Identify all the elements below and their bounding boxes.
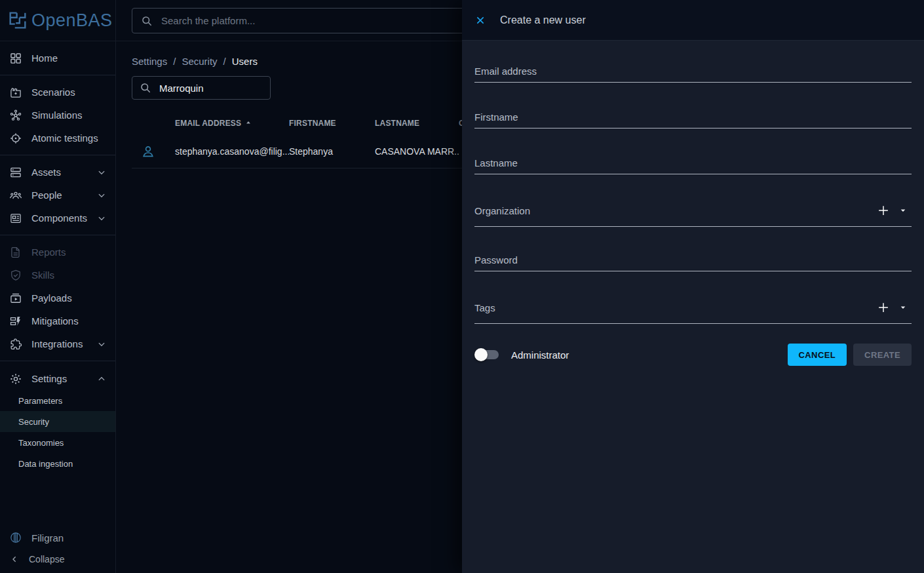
- breadcrumb-security[interactable]: Security: [182, 56, 217, 67]
- collapse-sidebar-button[interactable]: Collapse: [0, 549, 115, 569]
- hub-icon: [9, 109, 22, 122]
- sidebar-item-components[interactable]: Components: [0, 207, 115, 229]
- organization-field[interactable]: Organization: [474, 202, 912, 227]
- cell-email: stephanya.casanova@filig...: [175, 146, 289, 157]
- caret-down-icon: [898, 302, 908, 313]
- sidebar-item-security[interactable]: Security: [0, 411, 115, 432]
- chevron-down-icon: [96, 338, 107, 350]
- close-drawer-button[interactable]: [471, 11, 490, 30]
- chevron-up-icon: [96, 373, 107, 385]
- nav-group-inventory: Assets People Components: [0, 155, 115, 235]
- password-field[interactable]: Password: [474, 254, 912, 271]
- close-icon: [475, 15, 486, 26]
- sidebar-item-label: Home: [31, 52, 107, 64]
- sidebar-item-integrations[interactable]: Integrations: [0, 332, 115, 355]
- sidebar-item-atomic-testings[interactable]: Atomic testings: [0, 127, 115, 149]
- tags-dropdown-button[interactable]: [895, 299, 912, 316]
- email-field-label: Email address: [474, 66, 537, 77]
- sidebar-item-simulations[interactable]: Simulations: [0, 104, 115, 127]
- breadcrumb-settings[interactable]: Settings: [132, 56, 167, 67]
- column-header-email[interactable]: EMAIL ADDRESS: [175, 119, 289, 128]
- storage-icon: [9, 166, 22, 179]
- sidebar-item-parameters[interactable]: Parameters: [0, 390, 115, 411]
- payload-box-icon: [9, 292, 22, 305]
- sidebar-item-label: Skills: [31, 269, 107, 281]
- sidebar: OpenBAS Home Scenarios Simulations Atomi…: [0, 0, 116, 573]
- collapse-label: Collapse: [29, 554, 64, 564]
- sub-item-label: Taxonomies: [18, 438, 64, 448]
- platform-search-input[interactable]: [160, 14, 464, 27]
- administrator-toggle[interactable]: [474, 347, 501, 362]
- sidebar-item-people[interactable]: People: [0, 184, 115, 207]
- openbas-app: { "brand": {"name": "OpenBAS"}, "topbar"…: [0, 0, 924, 573]
- sidebar-item-data-ingestion[interactable]: Data ingestion: [0, 453, 115, 474]
- caret-down-icon: [898, 205, 908, 216]
- nav-group-settings: Settings Parameters Security Taxonomies …: [0, 361, 115, 479]
- users-filter-input[interactable]: [158, 82, 263, 94]
- nav-group-operations: Scenarios Simulations Atomic testings: [0, 75, 115, 155]
- groups-icon: [9, 189, 22, 202]
- firstname-field-label: Firstname: [474, 111, 518, 123]
- sidebar-item-label: Simulations: [31, 109, 107, 121]
- sidebar-item-label: Scenarios: [31, 87, 107, 98]
- organization-field-label: Organization: [474, 205, 872, 216]
- sidebar-item-skills: Skills: [0, 264, 115, 286]
- sidebar-item-home[interactable]: Home: [0, 47, 115, 69]
- sidebar-item-label: Integrations: [31, 338, 96, 349]
- sidebar-item-scenarios[interactable]: Scenarios: [0, 81, 115, 104]
- create-user-form: Email address Firstname Lastname Organiz…: [462, 66, 924, 366]
- person-icon: [140, 144, 156, 159]
- create-button[interactable]: CREATE: [853, 344, 912, 366]
- sidebar-item-label: Assets: [31, 167, 96, 178]
- row-avatar-cell: [132, 144, 175, 159]
- add-organization-button[interactable]: [872, 202, 895, 219]
- drawer-title: Create a new user: [500, 14, 586, 26]
- column-header-firstname[interactable]: FIRSTNAME: [289, 119, 375, 128]
- sidebar-item-settings[interactable]: Settings: [0, 367, 115, 390]
- app-title: OpenBAS: [31, 10, 113, 31]
- filigran-label: Filigran: [31, 532, 64, 543]
- plus-icon: [876, 300, 891, 315]
- chevron-down-icon: [96, 167, 107, 178]
- sidebar-item-label: Reports: [31, 247, 107, 258]
- plus-icon: [876, 203, 891, 218]
- app-logo[interactable]: OpenBAS: [0, 0, 115, 41]
- sub-item-label: Security: [18, 417, 49, 427]
- gear-icon: [9, 372, 22, 385]
- chevron-down-icon: [96, 212, 107, 224]
- sidebar-item-mitigations[interactable]: Mitigations: [0, 309, 115, 332]
- filigran-link[interactable]: Filigran: [0, 526, 115, 549]
- grid-icon: [9, 52, 22, 65]
- password-field-label: Password: [474, 254, 518, 266]
- platform-search[interactable]: [132, 8, 472, 33]
- cancel-button[interactable]: CANCEL: [788, 344, 847, 366]
- sort-ascending-icon: [244, 119, 253, 128]
- sidebar-item-payloads[interactable]: Payloads: [0, 286, 115, 309]
- column-header-lastname[interactable]: LASTNAME: [375, 119, 459, 128]
- document-icon: [9, 246, 22, 259]
- cell-firstname: Stephanya: [289, 146, 375, 157]
- sidebar-footer: Filigran Collapse: [0, 526, 115, 569]
- openbas-logo-icon: [7, 9, 29, 31]
- movie-icon: [9, 86, 22, 99]
- chevron-left-icon: [9, 554, 20, 564]
- mitigation-icon: [9, 315, 22, 328]
- sidebar-item-label: Settings: [31, 373, 96, 384]
- sidebar-item-label: Components: [31, 212, 96, 224]
- firstname-field[interactable]: Firstname: [474, 111, 912, 128]
- sidebar-item-assets[interactable]: Assets: [0, 161, 115, 184]
- add-tag-button[interactable]: [872, 299, 895, 316]
- target-icon: [9, 132, 22, 145]
- sidebar-item-label: Atomic testings: [31, 132, 107, 144]
- users-filter-search[interactable]: [132, 76, 271, 100]
- nav-group-library: Reports Skills Payloads Mitigations Inte…: [0, 235, 115, 361]
- search-icon: [140, 14, 153, 28]
- tags-field[interactable]: Tags: [474, 299, 912, 324]
- organization-dropdown-button[interactable]: [895, 202, 912, 219]
- puzzle-icon: [9, 338, 22, 351]
- email-field[interactable]: Email address: [474, 66, 912, 83]
- lastname-field-label: Lastname: [474, 157, 518, 168]
- lastname-field[interactable]: Lastname: [474, 157, 912, 174]
- form-actions: Administrator CANCEL CREATE: [474, 344, 912, 366]
- sidebar-item-taxonomies[interactable]: Taxonomies: [0, 432, 115, 453]
